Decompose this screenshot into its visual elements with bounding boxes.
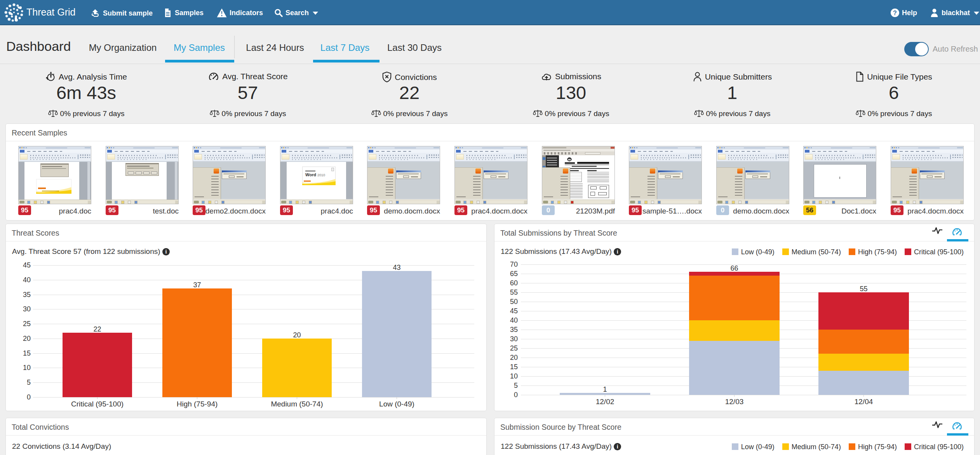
- svg-text:?: ?: [893, 10, 897, 16]
